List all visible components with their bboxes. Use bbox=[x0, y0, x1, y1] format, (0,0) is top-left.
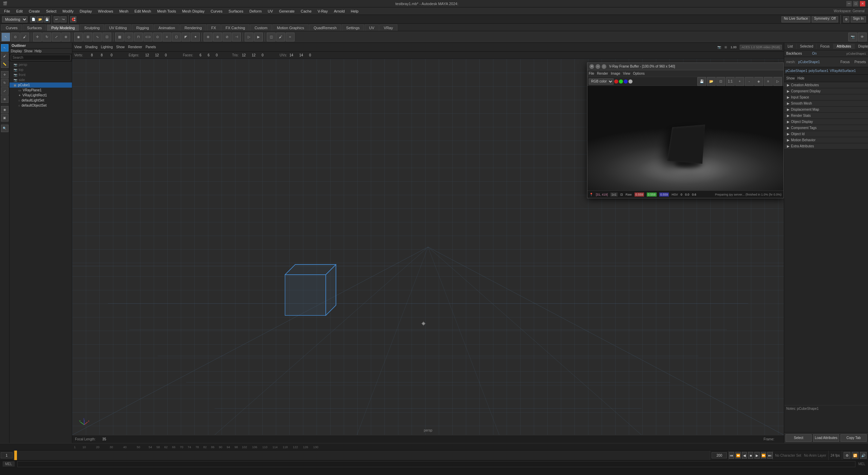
tab-uv[interactable]: UV bbox=[365, 24, 379, 31]
combine-icon[interactable]: ⊗ bbox=[213, 33, 222, 41]
attr-section-component-display[interactable]: ▶ Component Display bbox=[784, 88, 868, 94]
play-fwd-btn[interactable]: ▶ bbox=[754, 452, 760, 459]
attr-section-component-tags[interactable]: ▶ Component Tags bbox=[784, 125, 868, 131]
tab-animation[interactable]: Animation bbox=[154, 24, 180, 31]
tab-surfaces[interactable]: Surfaces bbox=[23, 24, 46, 31]
vray-zoom-in-icon[interactable]: + bbox=[735, 77, 744, 86]
tab-fx[interactable]: FX bbox=[207, 24, 221, 31]
outliner-item-defaultobjectset[interactable]: ○ defaultObjectSet bbox=[10, 103, 72, 108]
timeline-loop-btn[interactable]: 🔁 bbox=[852, 452, 858, 459]
scale-icon[interactable]: ⤢ bbox=[52, 33, 61, 41]
attr-section-creation[interactable]: ▶ Creation Attributes bbox=[784, 82, 868, 88]
ae-tab-display[interactable]: Display bbox=[855, 44, 868, 49]
vray-menu-render[interactable]: Render bbox=[597, 72, 608, 75]
bridge-icon[interactable]: ⊓ bbox=[134, 33, 143, 41]
attr-section-displacement[interactable]: ▶ Displacement Map bbox=[784, 107, 868, 113]
outliner-item-side[interactable]: 📷 side bbox=[10, 77, 72, 83]
attr-section-input-space[interactable]: ▶ Input Space bbox=[784, 94, 868, 101]
tab-settings[interactable]: Settings bbox=[342, 24, 364, 31]
tab-uv-editing[interactable]: UV Editing bbox=[105, 24, 131, 31]
menu-mesh[interactable]: Mesh bbox=[116, 8, 131, 14]
command-input[interactable] bbox=[17, 461, 856, 467]
menu-modify[interactable]: Modify bbox=[60, 8, 76, 14]
menu-file[interactable]: File bbox=[1, 8, 13, 14]
skip-end-btn[interactable]: ⏭ bbox=[767, 452, 773, 459]
ae-tab-attributes[interactable]: Attributes bbox=[833, 44, 855, 49]
volume-btn[interactable]: 🔊 bbox=[860, 452, 867, 459]
vray-render-icon[interactable]: ▷ bbox=[773, 77, 782, 86]
vp-menu-panels[interactable]: Panels bbox=[146, 45, 156, 49]
vp-grid-icon[interactable]: ⊞ bbox=[724, 45, 727, 49]
no-live-btn[interactable]: No Live Surface bbox=[781, 16, 810, 22]
next-frame-btn[interactable]: ⏩ bbox=[761, 452, 766, 459]
load-attributes-button[interactable]: Load Attributes bbox=[813, 434, 839, 442]
attr-section-object-display[interactable]: ▶ Object Display bbox=[784, 119, 868, 125]
save-icon[interactable]: 💾 bbox=[44, 16, 50, 22]
tab-curves[interactable]: Curves bbox=[1, 24, 22, 31]
vp-menu-view[interactable]: View bbox=[74, 45, 82, 49]
move-icon[interactable]: ✛ bbox=[33, 33, 42, 41]
menu-surfaces[interactable]: Surfaces bbox=[226, 8, 246, 14]
tool-universal[interactable]: ⊕ bbox=[1, 95, 8, 103]
show-btn[interactable]: Show bbox=[786, 76, 795, 80]
vray-layers-icon[interactable]: ≡ bbox=[764, 77, 773, 86]
extrude-icon[interactable]: ▦ bbox=[115, 33, 124, 41]
vray-save-icon[interactable]: 💾 bbox=[697, 77, 706, 86]
hide-show-icon[interactable]: 👁 bbox=[858, 33, 867, 41]
redo-icon[interactable]: ↪ bbox=[60, 16, 67, 22]
end-frame-input[interactable] bbox=[712, 452, 727, 458]
hide-btn[interactable]: Hide bbox=[797, 76, 805, 80]
open-icon[interactable]: 📂 bbox=[37, 16, 43, 22]
loop-edge-icon[interactable]: ⊙ bbox=[153, 33, 162, 41]
deformation-icon[interactable]: ◫ bbox=[267, 33, 276, 41]
timeline-settings-btn[interactable]: ⚙ bbox=[844, 452, 850, 459]
render-icon[interactable]: ▷ bbox=[245, 33, 253, 41]
tab-custom[interactable]: Custom bbox=[250, 24, 272, 31]
vray-channel-b[interactable] bbox=[624, 79, 628, 84]
menu-generate[interactable]: Generate bbox=[276, 8, 297, 14]
bevel-icon[interactable]: ◇ bbox=[125, 33, 133, 41]
merge-icon[interactable]: ⊂⊃ bbox=[144, 33, 152, 41]
select-tool-icon[interactable]: ↖ bbox=[1, 33, 10, 41]
poke-icon[interactable]: ✦ bbox=[191, 33, 200, 41]
tab-rendering[interactable]: Rendering bbox=[180, 24, 206, 31]
vp-colorspace-dropdown[interactable]: ACES 1.0 SDR-video (RGB) bbox=[740, 45, 782, 50]
tool-soft-select[interactable]: ◉ bbox=[1, 106, 8, 113]
attr-section-render-stats[interactable]: ▶ Render Stats bbox=[784, 113, 868, 119]
tool-move[interactable]: ✛ bbox=[1, 71, 8, 78]
menu-mesh-tools[interactable]: Mesh Tools bbox=[154, 8, 178, 14]
select-button[interactable]: Select bbox=[786, 434, 812, 442]
vray-lut-icon[interactable]: ◈ bbox=[754, 77, 763, 86]
attr-preset-btn[interactable]: Presets bbox=[854, 60, 866, 64]
vray-channel-r[interactable] bbox=[614, 79, 618, 84]
viewport-3d[interactable]: persp X Y Z ✕ ─ bbox=[72, 59, 784, 435]
obj-tab-polysurface1[interactable]: polySurface1 bbox=[809, 69, 828, 73]
render-settings-icon[interactable]: ⚙ bbox=[843, 16, 849, 22]
lasso-icon[interactable]: ⊙ bbox=[11, 33, 20, 41]
obj-tab-vrayattsurface1[interactable]: VRayAttSurface1 bbox=[830, 69, 856, 73]
vp-menu-renderer[interactable]: Renderer bbox=[128, 45, 142, 49]
menu-windows[interactable]: Windows bbox=[95, 8, 116, 14]
menu-deform[interactable]: Deform bbox=[247, 8, 264, 14]
menu-display[interactable]: Display bbox=[77, 8, 95, 14]
menu-vray[interactable]: V-Ray bbox=[315, 8, 331, 14]
separate-icon[interactable]: ⊘ bbox=[223, 33, 231, 41]
snap-point-icon[interactable]: ⊡ bbox=[102, 33, 111, 41]
vray-menu-image[interactable]: Image bbox=[611, 72, 620, 75]
vray-zoom-fit-icon[interactable]: ⊡ bbox=[716, 77, 725, 86]
symmetry-btn[interactable]: Symmetry: Off bbox=[812, 16, 838, 22]
start-frame-input[interactable] bbox=[1, 452, 13, 458]
ae-tab-list[interactable]: List bbox=[784, 44, 797, 49]
paint-select-icon[interactable]: 🖌 bbox=[20, 33, 29, 41]
tab-rigging[interactable]: Rigging bbox=[132, 24, 153, 31]
paint-skin-icon[interactable]: 🖌 bbox=[276, 33, 285, 41]
rotate-icon[interactable]: ↻ bbox=[42, 33, 51, 41]
tab-quadremesh[interactable]: QuadRemesh bbox=[309, 24, 341, 31]
outliner-menu-show[interactable]: Show bbox=[24, 49, 33, 53]
attr-section-motion-behavior[interactable]: ▶ Motion Behavior bbox=[784, 137, 868, 143]
prev-frame-btn[interactable]: ⏪ bbox=[735, 452, 741, 459]
outliner-item-pcube1[interactable]: ▣ pCube1 bbox=[10, 83, 72, 88]
attr-section-extra-attrs[interactable]: ▶ Extra Attributes bbox=[784, 143, 868, 149]
tab-fx-caching[interactable]: FX Caching bbox=[221, 24, 249, 31]
copy-tab-button[interactable]: Copy Tab bbox=[841, 434, 867, 442]
